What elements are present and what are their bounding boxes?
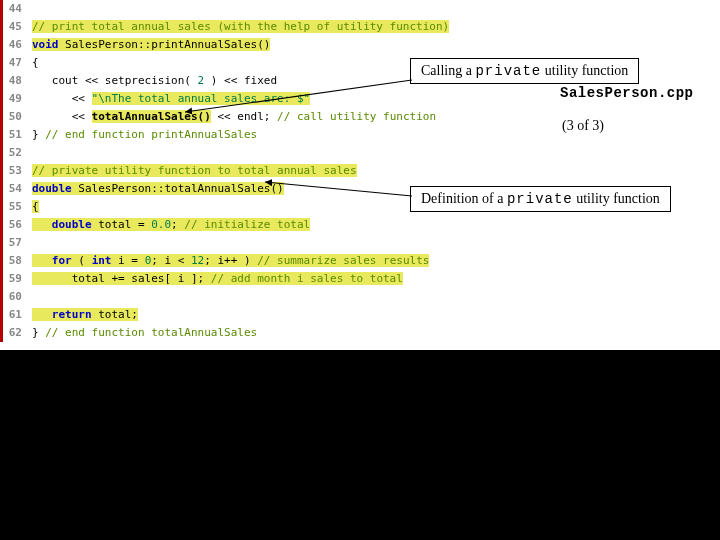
line-number: 48 <box>0 72 28 90</box>
code-token: // private utility function to total ann… <box>32 164 357 177</box>
code-line: // private utility function to total ann… <box>32 162 449 180</box>
code-line: { <box>32 198 449 216</box>
code-token: void <box>32 38 59 51</box>
line-number-gutter: 44454647484950515253545556575859606162 <box>0 0 28 342</box>
code-token: total; <box>92 308 138 321</box>
line-number: 50 <box>0 108 28 126</box>
line-number: 58 <box>0 252 28 270</box>
code-token: // add month i sales to total <box>211 272 403 285</box>
code-token: ; i < <box>151 254 191 267</box>
code-token: << <box>32 110 92 123</box>
code-token: } <box>32 326 45 339</box>
line-number: 55 <box>0 198 28 216</box>
code-line: cout << setprecision( 2 ) << fixed <box>32 72 449 90</box>
line-number: 44 <box>0 0 28 18</box>
code-token: { <box>32 200 39 213</box>
page-indicator: (3 of 3) <box>562 118 604 134</box>
line-number: 49 <box>0 90 28 108</box>
code-token: // print total annual sales (with the he… <box>32 20 449 33</box>
line-number: 61 <box>0 306 28 324</box>
code-token: int <box>92 254 112 267</box>
code-line <box>32 144 449 162</box>
line-number: 57 <box>0 234 28 252</box>
code-token: // call utility function <box>277 110 436 123</box>
line-number: 54 <box>0 180 28 198</box>
callout-text: utility function <box>573 191 660 206</box>
code-line: for ( int i = 0; i < 12; i++ ) // summar… <box>32 252 449 270</box>
callout-text: Definition of a <box>421 191 507 206</box>
code-token: return <box>32 308 92 321</box>
callout-definition-private: Definition of a private utility function <box>410 186 671 212</box>
line-number: 53 <box>0 162 28 180</box>
line-number: 60 <box>0 288 28 306</box>
code-line <box>32 0 449 18</box>
code-token: ; <box>171 218 184 231</box>
code-token: i = <box>112 254 145 267</box>
line-number: 51 <box>0 126 28 144</box>
line-number: 46 <box>0 36 28 54</box>
code-token: // summarize sales results <box>257 254 429 267</box>
callout-code: private <box>475 63 541 79</box>
code-token: total = <box>92 218 152 231</box>
line-number: 52 <box>0 144 28 162</box>
code-token: // end function printAnnualSales <box>45 128 257 141</box>
code-token: 12 <box>191 254 204 267</box>
callout-calling-private: Calling a private utility function <box>410 58 639 84</box>
code-token: // initialize total <box>184 218 310 231</box>
code-token: ) << fixed <box>204 74 277 87</box>
line-number: 45 <box>0 18 28 36</box>
line-number: 59 <box>0 270 28 288</box>
code-token: totalAnnualSales() <box>92 110 211 123</box>
code-token: cout << setprecision( <box>32 74 198 87</box>
code-line: << totalAnnualSales() << endl; // call u… <box>32 108 449 126</box>
code-line: return total; <box>32 306 449 324</box>
callout-text: Calling a <box>421 63 475 78</box>
code-token: double <box>32 218 92 231</box>
code-area: 44454647484950515253545556575859606162 /… <box>0 0 480 350</box>
code-body: // print total annual sales (with the he… <box>32 0 449 342</box>
code-line: << "\nThe total annual sales are: $" <box>32 90 449 108</box>
code-token: << endl; <box>211 110 277 123</box>
code-line: { <box>32 54 449 72</box>
code-line: total += sales[ i ]; // add month i sale… <box>32 270 449 288</box>
code-token: ; i++ ) <box>204 254 257 267</box>
line-number: 56 <box>0 216 28 234</box>
code-token: << <box>32 92 92 105</box>
code-line: } // end function totalAnnualSales <box>32 324 449 342</box>
code-line: double SalesPerson::totalAnnualSales() <box>32 180 449 198</box>
code-token: "\nThe total annual sales are: $" <box>92 92 311 105</box>
code-token: ( <box>72 254 92 267</box>
callout-code: private <box>507 191 573 207</box>
code-line <box>32 288 449 306</box>
code-token: } <box>32 128 45 141</box>
code-line: } // end function printAnnualSales <box>32 126 449 144</box>
code-token: 0.0 <box>151 218 171 231</box>
code-line: // print total annual sales (with the he… <box>32 18 449 36</box>
slide-container: 44454647484950515253545556575859606162 /… <box>0 0 720 350</box>
code-line <box>32 234 449 252</box>
code-token: total += sales[ i ]; <box>32 272 211 285</box>
code-token: SalesPerson::printAnnualSales() <box>59 38 271 51</box>
file-label: SalesPerson.cpp <box>560 85 694 101</box>
code-line: void SalesPerson::printAnnualSales() <box>32 36 449 54</box>
code-token: double <box>32 182 72 195</box>
code-token: { <box>32 56 39 69</box>
code-token: for <box>32 254 72 267</box>
line-number: 47 <box>0 54 28 72</box>
code-token: // end function totalAnnualSales <box>45 326 257 339</box>
callout-text: utility function <box>541 63 628 78</box>
code-line: double total = 0.0; // initialize total <box>32 216 449 234</box>
code-token: SalesPerson::totalAnnualSales() <box>72 182 284 195</box>
line-number: 62 <box>0 324 28 342</box>
